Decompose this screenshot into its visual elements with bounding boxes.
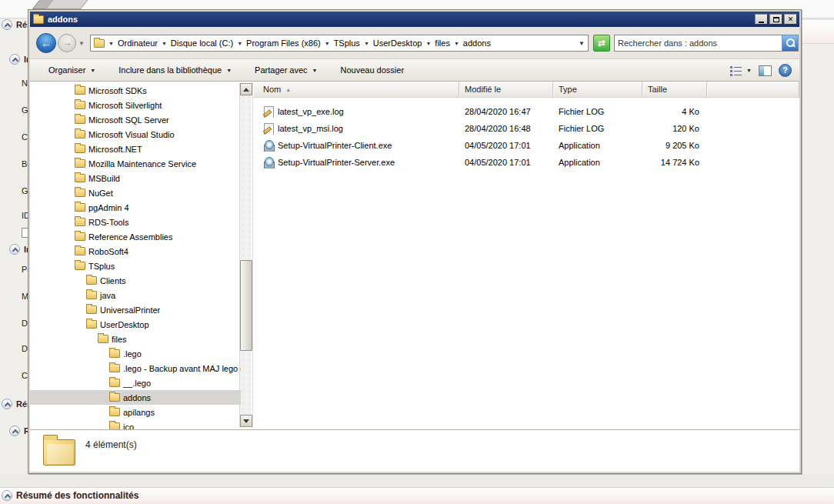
tree-item[interactable]: java [30,288,241,302]
column-header-blank[interactable] [707,82,799,97]
tree-item[interactable]: pgAdmin 4 [30,200,241,215]
tree-item-label: java [100,291,115,300]
folder-icon [75,247,85,255]
breadcrumb-item[interactable]: addons [463,38,491,48]
tree-item[interactable]: Microsoft Silverlight [30,98,241,112]
breadcrumb-item[interactable]: TSplus [334,38,360,48]
titlebar[interactable]: addons ✕ [30,12,799,27]
tree-item[interactable]: files [30,332,241,346]
breadcrumb-item[interactable]: Ordinateur [118,38,158,48]
help-button[interactable]: ? [779,64,792,77]
refresh-button[interactable]: ⇄ [593,35,610,52]
nav-history-chevron-icon[interactable]: ▼ [78,40,85,47]
folder-icon [109,364,120,372]
collapse-chevron-icon[interactable] [2,399,12,409]
file-row[interactable]: Setup-VirtualPrinter-Client.exe04/05/202… [253,137,799,154]
tree-item[interactable]: apilangs [30,405,241,419]
file-row[interactable]: Setup-VirtualPrinter-Server.exe04/05/202… [253,154,799,171]
folder-icon [75,130,85,139]
folder-icon [86,305,97,314]
tree-item[interactable]: __.lego [30,375,241,390]
breadcrumb-separator-icon[interactable]: ▼ [162,41,167,46]
tree-item[interactable]: UniversalPrinter [30,302,241,317]
tree-item[interactable]: .lego [30,346,241,361]
toolbar-button[interactable]: Nouveau dossier [335,63,411,77]
breadcrumb-item[interactable]: Disque local (C:) [171,38,233,48]
background-section-resume[interactable]: Résumé des fonctionnalités [2,490,138,501]
maximize-button[interactable] [769,14,782,25]
column-header-label: Taille [648,85,667,94]
collapse-chevron-icon[interactable] [2,19,12,30]
tree-item[interactable]: .lego - Backup avant MAJ lego ex [30,361,241,375]
scroll-up-button[interactable] [240,83,252,95]
file-row[interactable]: latest_vp_msi.log28/04/2020 16:48Fichier… [253,120,799,137]
collapse-chevron-icon[interactable] [9,244,20,255]
folder-icon [109,408,120,416]
tree-item[interactable]: NuGet [30,185,241,200]
file-cell-date: 28/04/2020 16:48 [459,124,553,133]
breadcrumb-separator-icon[interactable]: ▼ [108,41,114,46]
tree-item[interactable]: RoboSoft4 [30,244,241,259]
background-section-header[interactable]: R [9,426,30,436]
toolbar-button[interactable]: Inclure dans la bibliothèque▼ [112,63,238,77]
file-cell-text: Fichier LOG [559,107,604,116]
column-header-modifi-le[interactable]: Modifié le [459,82,553,97]
close-button[interactable]: ✕ [784,14,797,25]
breadcrumb-item[interactable]: UserDesktop [373,38,422,48]
column-header-type[interactable]: Type [553,82,642,97]
breadcrumb-separator-icon[interactable]: ▼ [364,41,369,46]
tree-item[interactable]: Microsoft SDKs [30,83,241,98]
change-view-button[interactable]: ▼ [730,65,752,75]
folder-icon [109,422,120,429]
back-button[interactable]: ← [36,33,56,53]
folder-icon [75,159,85,168]
minimize-button[interactable] [755,14,768,25]
tree-item[interactable]: Microsoft Visual Studio [30,127,241,142]
file-row[interactable]: latest_vp_exe.log28/04/2020 16:47Fichier… [253,103,799,120]
toolbar-button-label: Partager avec [255,65,307,75]
tree-item-selected[interactable]: addons [30,390,241,405]
toolbar-button[interactable]: Organiser▼ [42,63,102,77]
breadcrumb-separator-icon[interactable]: ▼ [237,41,242,46]
breadcrumb-item[interactable]: Program Files (x86) [246,38,321,48]
column-header-nom[interactable]: Nom▲ [253,82,459,97]
tree-item[interactable]: Microsoft SQL Server [30,112,241,127]
tree-item[interactable]: UserDesktop [30,317,241,332]
tree-item[interactable]: Clients [30,273,241,288]
tree-item[interactable]: RDS-Tools [30,215,241,229]
file-cell-size: 4 Ko [642,107,707,116]
toolbar-button[interactable]: Partager avec▼ [249,63,323,77]
breadcrumb-separator-icon[interactable]: ▼ [454,41,459,46]
breadcrumb-separator-icon[interactable]: ▼ [325,41,330,46]
folder-icon [109,349,120,358]
search-icon[interactable] [782,35,798,51]
collapse-chevron-icon[interactable] [9,426,20,436]
address-folder-icon [94,39,105,48]
breadcrumb-item[interactable]: files [435,38,450,48]
views-caret-icon[interactable]: ▼ [746,68,752,73]
preview-pane-button[interactable] [759,65,772,76]
breadcrumb-separator-icon[interactable]: ▼ [425,41,431,46]
tree-item[interactable]: ico [30,419,241,429]
address-box[interactable]: ▼Ordinateur▼Disque local (C:)▼Program Fi… [90,35,589,52]
tree-item-label: Reference Assemblies [88,232,172,242]
sort-ascending-icon: ▲ [285,87,291,92]
file-cell-date: 28/04/2020 16:47 [459,107,553,116]
tree-item[interactable]: TSplus [30,259,241,273]
tree-item[interactable]: Microsoft.NET [30,142,241,156]
collapse-chevron-icon[interactable] [2,490,12,501]
scrollbar-thumb[interactable] [240,260,252,351]
scroll-down-button[interactable] [240,415,252,427]
collapse-chevron-icon[interactable] [9,54,20,65]
tree-item[interactable]: Mozilla Maintenance Service [30,156,241,171]
search-input[interactable] [615,36,782,50]
column-header-taille[interactable]: Taille [642,82,707,97]
tree-item-label: Clients [100,276,126,285]
tree-item[interactable]: Reference Assemblies [30,229,241,244]
tree-scrollbar[interactable] [239,83,252,427]
file-cell-text: Application [559,158,600,167]
file-cell-text: 04/05/2020 17:01 [465,141,531,150]
forward-button[interactable]: → [58,34,76,52]
tree-item[interactable]: MSBuild [30,171,241,185]
address-dropdown-icon[interactable]: ▼ [574,40,585,47]
